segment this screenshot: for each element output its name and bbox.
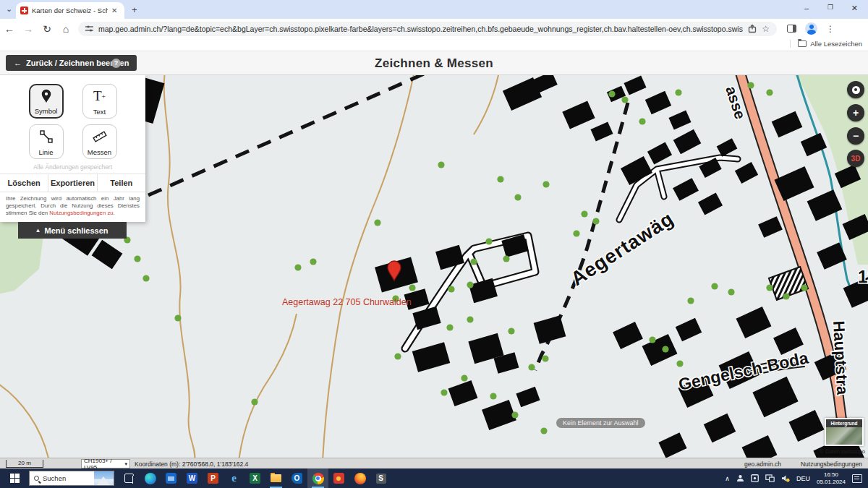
satellite-thumbnail: [826, 427, 862, 445]
tree-dot: [766, 284, 773, 291]
window-close-button[interactable]: ✕: [851, 4, 858, 13]
home-icon[interactable]: ⌂: [56, 23, 75, 35]
folder-icon: [798, 40, 807, 47]
taskbar-clock[interactable]: 16:50 05.01.2024: [817, 471, 846, 486]
tree-dot: [783, 293, 789, 299]
tree-dot: [528, 364, 535, 370]
drawing-panel: Symbol T+ Text Linie M: [0, 75, 145, 222]
tree-dot: [511, 411, 518, 418]
action-center-icon[interactable]: [852, 474, 862, 483]
s-app-icon[interactable]: S: [370, 468, 391, 488]
help-button[interactable]: ?: [111, 59, 121, 68]
tree-dot: [142, 275, 149, 281]
tree-dot: [540, 427, 547, 434]
task-view-button[interactable]: [119, 468, 140, 488]
map-status-bar: 20 m CH1903+ / LV95 ▾ Koordinaten (m): 2…: [0, 458, 868, 468]
browser-tab[interactable]: Karten der Schweiz - Schweize ✕: [16, 2, 124, 19]
tray-app-window-icon[interactable]: [751, 474, 759, 482]
tree-dot: [675, 89, 681, 95]
internet-explorer-icon[interactable]: e: [224, 468, 244, 488]
red-app-icon[interactable]: [328, 468, 349, 488]
threed-button[interactable]: 3D: [847, 150, 864, 167]
tray-chevron-icon[interactable]: ∧: [725, 475, 730, 482]
mail-icon[interactable]: [161, 468, 182, 488]
search-icon: [34, 476, 39, 481]
geoadmin-link[interactable]: geo.admin.ch: [744, 461, 781, 468]
forward-icon[interactable]: →: [19, 23, 38, 35]
profile-avatar[interactable]: [805, 22, 817, 35]
language-indicator[interactable]: DEU: [796, 475, 810, 482]
excel-icon[interactable]: X: [244, 468, 265, 488]
terms-of-use-link[interactable]: Nutzungsbedingungen: [801, 461, 862, 468]
tree-dot: [687, 297, 694, 304]
browser-tabstrip: ⌄ Karten der Schweiz - Schweize ✕ + – ❐ …: [0, 0, 868, 19]
tree-dot: [461, 374, 467, 381]
map-attribution: © Daten:swisstopo: [820, 448, 865, 455]
edge-number-label: 12: [858, 267, 868, 286]
text-icon: T+: [93, 85, 106, 108]
scale-bar: 20 m: [6, 460, 43, 468]
outlook-icon[interactable]: O: [286, 468, 307, 488]
map-canvas[interactable]: Aegertawäg Gengelsch-Boda Hauptstra asse…: [0, 75, 868, 458]
bookmark-star-icon[interactable]: ☆: [762, 24, 770, 34]
projection-select[interactable]: CH1903+ / LV95 ▾: [81, 459, 130, 468]
close-menu-label: Menü schliessen: [44, 226, 108, 235]
selection-tooltip: Kein Element zur Auswahl: [556, 418, 645, 428]
zoom-in-button[interactable]: +: [847, 104, 864, 121]
marker-address-label: Aegertawag 22 705 Churwalden: [282, 297, 412, 307]
address-bar[interactable]: map.geo.admin.ch/?lang=de&topic=ech&bgLa…: [78, 22, 777, 36]
side-panel-icon[interactable]: [787, 25, 796, 33]
task-view-icon: [124, 474, 134, 483]
back-icon[interactable]: ←: [0, 23, 19, 35]
terms-link[interactable]: Nutzungsbedingungen zu.: [49, 210, 115, 216]
tray-person-icon[interactable]: [736, 474, 744, 482]
share-button[interactable]: Teilen: [97, 174, 145, 192]
tool-label: Text: [93, 108, 106, 116]
browser-toolbar: ← → ↻ ⌂ map.geo.admin.ch/?lang=de&topic=…: [0, 19, 868, 38]
tree-dot: [621, 96, 628, 103]
export-button[interactable]: Exportieren: [48, 174, 96, 192]
taskbar-search-input[interactable]: Suchen: [29, 471, 114, 486]
tree-dot: [542, 355, 548, 361]
bookmarks-bar: Alle Lesezeichen: [0, 38, 868, 51]
reload-icon[interactable]: ↻: [38, 23, 56, 35]
disclaimer-text: Ihre Zeichnung wird automatisch ein Jahr…: [6, 195, 140, 217]
tray-display-icon[interactable]: [765, 474, 775, 482]
tree-dot: [446, 324, 453, 330]
firefox-icon[interactable]: [349, 468, 370, 488]
tree-dot: [134, 255, 140, 262]
tray-volume-icon[interactable]: [781, 474, 790, 482]
start-button[interactable]: [0, 468, 29, 488]
zoom-out-button[interactable]: −: [847, 127, 864, 145]
edge-icon[interactable]: [140, 468, 161, 488]
share-icon[interactable]: [748, 25, 757, 33]
tool-text-button[interactable]: T+ Text: [82, 84, 117, 119]
tree-dot: [467, 316, 473, 322]
clock-time: 16:50: [824, 471, 838, 478]
tree-dot: [503, 255, 509, 262]
system-tray: ∧ DEU 16:50 05.01.2024: [725, 471, 868, 486]
file-explorer-icon[interactable]: [265, 468, 286, 488]
new-tab-button[interactable]: +: [132, 4, 137, 15]
background-widget-label: Hintergrund: [826, 419, 862, 427]
window-minimize-button[interactable]: –: [804, 4, 809, 12]
chrome-icon[interactable]: [307, 468, 328, 488]
powerpoint-icon[interactable]: P: [203, 468, 224, 488]
tab-close-icon[interactable]: ✕: [111, 7, 117, 14]
line-icon: [40, 125, 53, 148]
tool-line-button[interactable]: Linie: [29, 124, 64, 159]
tree-dot: [409, 284, 415, 291]
tool-measure-button[interactable]: Messen: [82, 124, 117, 159]
orientation-button[interactable]: [847, 81, 864, 98]
tree-dot: [676, 360, 683, 367]
all-bookmarks-button[interactable]: Alle Lesezeichen: [790, 40, 862, 48]
delete-button[interactable]: Löschen: [0, 174, 48, 192]
window-restore-button[interactable]: ❐: [827, 4, 833, 11]
close-menu-button[interactable]: ▴ Menü schliessen: [18, 222, 127, 239]
windows-taskbar: Suchen W P e X O S ∧: [0, 468, 868, 488]
tool-symbol-button[interactable]: Symbol: [29, 84, 64, 119]
browser-menu-icon[interactable]: ⋮: [826, 24, 835, 34]
tab-search-icon[interactable]: ⌄: [6, 4, 12, 14]
word-icon[interactable]: W: [182, 468, 203, 488]
background-layer-widget[interactable]: Hintergrund: [825, 418, 864, 446]
